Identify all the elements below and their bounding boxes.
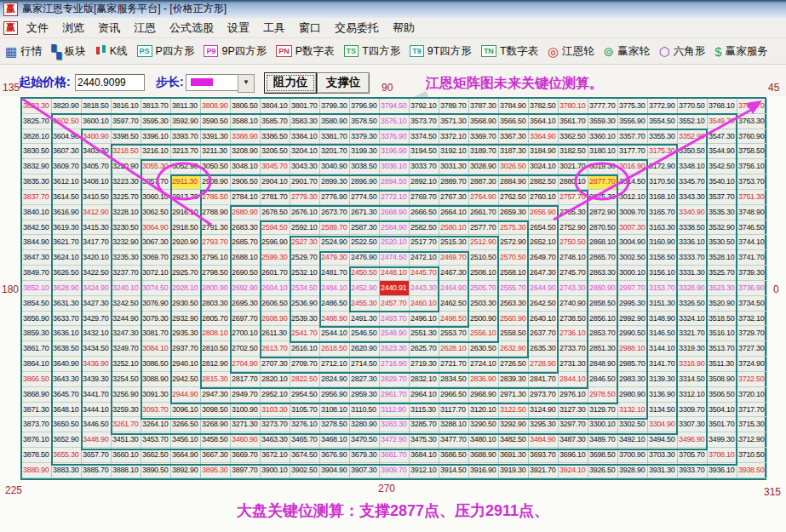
price-cell[interactable]: 3343.30 xyxy=(678,190,708,205)
price-cell[interactable]: 2899.30 xyxy=(320,174,350,190)
price-cell[interactable]: 3062.50 xyxy=(141,205,171,220)
price-cell[interactable]: 3424.90 xyxy=(82,281,112,296)
price-cell[interactable]: 2870.50 xyxy=(588,220,618,236)
price-cell[interactable]: 2546.50 xyxy=(350,326,380,341)
price-cell[interactable]: 2620.90 xyxy=(350,341,380,357)
price-cell[interactable]: 3288.10 xyxy=(439,417,469,432)
step-combobox[interactable] xyxy=(186,74,238,91)
price-cell[interactable]: 3427.30 xyxy=(82,296,112,312)
price-cell[interactable]: 3828.10 xyxy=(22,129,52,145)
price-cell[interactable]: 3758.50 xyxy=(737,144,767,159)
price-cell[interactable]: 2925.70 xyxy=(171,266,201,281)
price-cell[interactable]: 3660.10 xyxy=(112,448,141,463)
price-cell[interactable]: 2872.90 xyxy=(588,205,618,220)
price-cell[interactable]: 3110.50 xyxy=(350,403,380,418)
price-cell[interactable]: 3796.90 xyxy=(350,99,380,114)
price-cell[interactable]: 2731.30 xyxy=(559,357,588,372)
price-cell[interactable]: 2892.10 xyxy=(410,174,439,190)
price-cell[interactable]: 2798.50 xyxy=(201,266,231,281)
price-cell[interactable]: 2743.30 xyxy=(559,281,588,296)
price-cell[interactable]: 3192.10 xyxy=(439,144,469,159)
price-cell[interactable]: 3268.90 xyxy=(201,417,231,432)
price-cell[interactable]: 2980.90 xyxy=(618,387,648,403)
price-cell[interactable]: 3345.70 xyxy=(678,174,708,190)
price-cell[interactable]: 2978.50 xyxy=(588,387,618,403)
price-cell[interactable]: 2604.10 xyxy=(261,281,290,296)
price-cell[interactable]: 2560.90 xyxy=(499,312,529,327)
price-cell[interactable]: 3302.50 xyxy=(618,417,648,432)
price-cell[interactable]: 3429.70 xyxy=(82,312,112,327)
price-cell[interactable]: 2937.70 xyxy=(171,341,201,357)
price-cell[interactable]: 2479.30 xyxy=(320,250,350,266)
price-cell[interactable]: 3285.70 xyxy=(410,417,439,432)
price-cell[interactable]: 2721.70 xyxy=(439,357,469,372)
price-cell[interactable]: 3084.10 xyxy=(141,341,171,357)
price-cell[interactable]: 2904.10 xyxy=(261,174,290,190)
price-cell[interactable]: 3309.70 xyxy=(678,403,708,418)
price-cell[interactable]: 2820.10 xyxy=(261,372,290,387)
price-cell[interactable]: 2553.70 xyxy=(439,326,469,341)
price-cell[interactable]: 3912.10 xyxy=(410,463,439,478)
price-cell[interactable]: 3669.70 xyxy=(231,448,261,463)
price-cell[interactable]: 3336.10 xyxy=(678,235,708,250)
price-cell[interactable]: 2889.70 xyxy=(439,174,469,190)
price-cell[interactable]: 2726.50 xyxy=(499,357,529,372)
price-cell[interactable]: 2853.70 xyxy=(588,326,618,341)
price-cell[interactable]: 2517.70 xyxy=(410,235,439,250)
price-cell[interactable]: 3883.30 xyxy=(52,463,82,478)
price-cell[interactable]: 3693.70 xyxy=(529,448,559,463)
price-cell[interactable]: 3208.90 xyxy=(231,144,261,159)
price-cell[interactable]: 2995.30 xyxy=(618,296,648,312)
price-cell[interactable]: 3064.90 xyxy=(141,220,171,236)
price-cell[interactable]: 2829.70 xyxy=(380,372,410,387)
menu-item-帮助[interactable]: 帮助 xyxy=(386,19,422,37)
price-cell[interactable]: 3576.10 xyxy=(380,114,410,129)
price-cell[interactable]: 3333.70 xyxy=(678,250,708,266)
price-cell[interactable]: 3919.30 xyxy=(499,463,529,478)
price-cell[interactable]: 3019.30 xyxy=(588,159,618,174)
price-cell[interactable]: 3861.70 xyxy=(22,341,52,357)
price-cell[interactable]: 2613.70 xyxy=(261,341,290,357)
price-cell[interactable]: 2822.50 xyxy=(290,372,320,387)
price-cell[interactable]: 3909.70 xyxy=(380,463,410,478)
price-cell[interactable]: 3388.90 xyxy=(231,129,261,145)
price-cell[interactable]: 2764.90 xyxy=(469,190,499,205)
price-cell[interactable]: 3616.90 xyxy=(52,205,82,220)
price-cell[interactable]: 3840.10 xyxy=(22,205,52,220)
price-cell[interactable]: 2671.30 xyxy=(350,205,380,220)
price-cell[interactable]: 2630.50 xyxy=(469,341,499,357)
price-cell[interactable]: 2964.10 xyxy=(410,387,439,403)
price-cell[interactable]: 3007.30 xyxy=(618,220,648,236)
toolbar-button-9P四方形[interactable]: P99P四方形 xyxy=(204,44,267,59)
price-cell[interactable]: 3379.30 xyxy=(350,129,380,145)
price-cell[interactable]: 2443.30 xyxy=(410,281,439,296)
price-cell[interactable]: 2534.50 xyxy=(290,281,320,296)
price-cell[interactable]: 3674.50 xyxy=(290,448,320,463)
price-cell[interactable]: 2762.50 xyxy=(499,190,529,205)
price-cell[interactable]: 3439.30 xyxy=(82,372,112,387)
price-cell[interactable]: 3571.30 xyxy=(439,114,469,129)
price-cell[interactable]: 2445.70 xyxy=(410,266,439,281)
price-cell[interactable]: 3153.70 xyxy=(648,281,678,296)
price-cell[interactable]: 3480.10 xyxy=(469,432,499,448)
price-cell[interactable]: 3496.90 xyxy=(678,432,708,448)
menu-item-设置[interactable]: 设置 xyxy=(221,19,256,37)
price-cell[interactable]: 3324.10 xyxy=(678,312,708,327)
price-cell[interactable]: 3895.30 xyxy=(201,463,231,478)
price-cell[interactable]: 3784.90 xyxy=(499,99,529,114)
price-cell[interactable]: 3559.30 xyxy=(588,114,618,129)
price-cell[interactable]: 2652.10 xyxy=(529,235,559,250)
price-cell[interactable]: 2887.30 xyxy=(469,174,499,190)
price-cell[interactable]: 3928.90 xyxy=(618,463,648,478)
price-cell[interactable]: 2452.90 xyxy=(350,281,380,296)
price-cell[interactable]: 2467.30 xyxy=(439,266,469,281)
price-cell[interactable]: 3921.70 xyxy=(529,463,559,478)
price-cell[interactable]: 2796.10 xyxy=(201,250,231,266)
price-cell[interactable]: 3588.10 xyxy=(231,114,261,129)
price-cell[interactable]: 3242.50 xyxy=(112,296,141,312)
price-cell[interactable]: 3540.10 xyxy=(708,174,737,190)
price-cell[interactable]: 2616.10 xyxy=(290,341,320,357)
price-cell[interactable]: 3434.50 xyxy=(82,341,112,357)
price-cell[interactable]: 2781.70 xyxy=(261,190,290,205)
price-cell[interactable]: 2503.30 xyxy=(469,296,499,312)
